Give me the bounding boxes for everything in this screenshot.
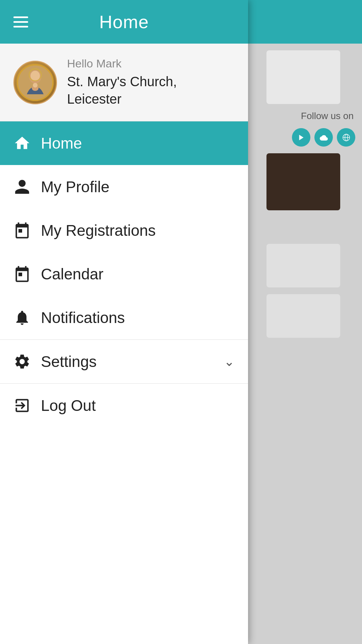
hamburger-line-3	[13, 26, 28, 28]
cloud-icon[interactable]	[314, 128, 333, 147]
user-profile-section: Hello Mark St. Mary's Church, Leicester	[0, 44, 248, 121]
social-icons-row	[292, 128, 355, 147]
registrations-calendar-icon	[13, 222, 31, 239]
user-info: Hello Mark St. Mary's Church, Leicester	[67, 57, 235, 108]
my-registrations-label: My Registrations	[41, 221, 156, 239]
svg-marker-0	[299, 135, 303, 140]
right-card-light-1	[266, 244, 340, 287]
calendar-icon	[13, 265, 31, 283]
sidebar-item-my-registrations[interactable]: My Registrations	[0, 209, 248, 252]
bell-icon	[13, 309, 31, 326]
home-icon	[13, 135, 31, 152]
avatar	[13, 61, 57, 104]
logout-label: Log Out	[41, 396, 96, 415]
sidebar-item-settings[interactable]: Settings ⌄	[0, 340, 248, 383]
globe-icon[interactable]	[337, 128, 355, 147]
settings-label: Settings	[41, 353, 224, 371]
svg-point-9	[33, 83, 38, 88]
sidebar-item-calendar[interactable]: Calendar	[0, 252, 248, 296]
avatar-art	[14, 62, 56, 103]
notifications-label: Notifications	[41, 309, 125, 327]
sidebar-item-notifications[interactable]: Notifications	[0, 296, 248, 339]
greeting-text: Hello Mark	[67, 57, 235, 70]
sidebar-item-my-profile[interactable]: My Profile	[0, 165, 248, 209]
hamburger-line-1	[13, 16, 28, 18]
hamburger-line-2	[13, 21, 28, 23]
right-card-dark	[266, 153, 340, 210]
header-title: Home	[28, 11, 220, 32]
drawer-header: Home	[0, 0, 248, 44]
sidebar-item-home[interactable]: Home	[0, 121, 248, 165]
home-label: Home	[41, 134, 82, 152]
right-card-light-2	[266, 294, 340, 338]
navigation-drawer: Home	[0, 0, 248, 644]
right-card-1	[266, 50, 340, 104]
logout-icon	[13, 397, 31, 414]
chevron-down-icon: ⌄	[224, 354, 235, 369]
play-icon[interactable]	[292, 128, 310, 147]
right-content: Follow us on	[245, 44, 362, 644]
gear-icon	[13, 353, 31, 370]
my-profile-label: My Profile	[41, 178, 109, 196]
church-name-text: St. Mary's Church, Leicester	[67, 73, 235, 108]
hamburger-button[interactable]	[13, 16, 28, 28]
calendar-label: Calendar	[41, 265, 104, 283]
profile-icon	[13, 178, 31, 196]
sidebar-item-logout[interactable]: Log Out	[0, 384, 248, 427]
follow-us-text: Follow us on	[301, 111, 354, 121]
